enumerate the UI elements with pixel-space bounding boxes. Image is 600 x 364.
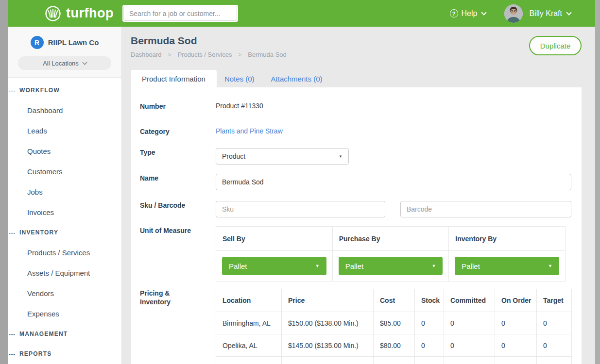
help-icon: ? <box>450 9 458 17</box>
top-bar: turfhop ? Help Billy Kraft <box>8 0 595 27</box>
uom-col-inventory-by: Inventory By <box>449 227 566 251</box>
product-information-panel: Number Product #11330 Category Plants an… <box>131 87 582 364</box>
unit-of-measure-table: Sell By Purchase By Inventory By Pallet … <box>216 226 566 281</box>
stock-cell: 0 <box>415 334 444 357</box>
tab-notes[interactable]: Notes (0) <box>223 70 257 87</box>
sell-by-dropdown[interactable]: Pallet ▼ <box>222 257 326 275</box>
col-price: Price <box>282 289 374 312</box>
section-dashes-icon: --- <box>9 87 19 93</box>
stock-cell: 0 <box>415 312 444 334</box>
caret-down-icon: ▼ <box>339 154 343 159</box>
section-workflow[interactable]: --- WORKFLOW <box>8 80 121 100</box>
caret-down-icon: ▼ <box>431 264 436 268</box>
sidebar-item-expenses[interactable]: Expenses <box>8 303 121 324</box>
uom-col-sell-by: Sell By <box>216 227 333 251</box>
category-link[interactable]: Plants and Pine Straw <box>216 127 283 136</box>
cost-cell: $85.00 <box>374 312 415 334</box>
company-logo: R <box>31 36 44 49</box>
target-cell: 0 <box>537 312 572 334</box>
unit-of-measure-label: Unit of Measure <box>131 226 216 281</box>
breadcrumb: Dashboard > Products / Services > Bermud… <box>131 51 287 58</box>
sidebar-item-dashboard[interactable]: Dashboard <box>8 100 121 120</box>
pricing-inventory-label: Pricing & Inventory <box>131 289 216 364</box>
name-label: Name <box>131 174 216 190</box>
chevron-down-icon <box>566 10 571 15</box>
cost-cell: $80.00 <box>374 334 415 357</box>
on-order-cell: 0 <box>495 334 537 357</box>
vertical-scrollbar[interactable] <box>595 0 600 364</box>
sidebar: R RIIPL Lawn Co All Locations --- WORKFL… <box>8 27 122 364</box>
table-header-row: Location Price Cost Stock Committed On O… <box>216 289 572 312</box>
sku-input[interactable] <box>216 201 385 217</box>
search-input[interactable] <box>122 5 238 22</box>
sidebar-item-quotes[interactable]: Quotes <box>8 141 121 161</box>
section-reports[interactable]: --- REPORTS <box>8 344 121 364</box>
on-order-cell: 0 <box>495 312 537 334</box>
avatar[interactable] <box>504 4 523 23</box>
price-cell: $145.00 ($135.00 Min.) <box>282 334 374 357</box>
barcode-input[interactable] <box>400 201 571 217</box>
type-select-value: Product <box>222 152 245 160</box>
breadcrumb-separator: > <box>238 51 242 58</box>
breadcrumb-separator: > <box>168 51 171 58</box>
section-inventory[interactable]: --- INVENTORY <box>8 222 121 242</box>
chevron-down-icon <box>82 60 87 65</box>
main-content: Bermuda Sod Dashboard > Products / Servi… <box>122 27 595 364</box>
col-location: Location <box>216 289 282 312</box>
user-menu[interactable]: Billy Kraft <box>529 9 571 18</box>
section-management[interactable]: --- MANAGEMENT <box>8 324 121 344</box>
tab-product-information[interactable]: Product Information <box>131 70 217 87</box>
locations-label: All Locations <box>43 60 79 67</box>
sidebar-item-vendors[interactable]: Vendors <box>8 283 121 303</box>
locations-dropdown[interactable]: All Locations <box>18 56 111 70</box>
breadcrumb-current: Bermuda Sod <box>248 51 287 58</box>
col-on-order: On Order <box>495 289 537 312</box>
tab-attachments[interactable]: Attachments (0) <box>269 70 325 87</box>
col-committed: Committed <box>444 289 495 312</box>
type-select[interactable]: Product ▼ <box>216 148 349 165</box>
sidebar-item-jobs[interactable]: Jobs <box>8 182 121 202</box>
section-dashes-icon: --- <box>9 331 19 337</box>
breadcrumb-products-services[interactable]: Products / Services <box>177 51 232 58</box>
chevron-down-icon <box>481 10 487 15</box>
window-left-gutter <box>0 0 8 364</box>
section-dashes-icon: --- <box>9 230 19 235</box>
sidebar-item-leads[interactable]: Leads <box>8 120 121 141</box>
section-dashes-icon: --- <box>9 351 19 357</box>
sidebar-item-invoices[interactable]: Invoices <box>8 202 121 222</box>
committed-cell: 0 <box>444 334 495 357</box>
sidebar-item-customers[interactable]: Customers <box>8 161 121 182</box>
committed-cell: 0 <box>444 312 495 334</box>
help-menu[interactable]: ? Help <box>450 9 486 18</box>
turfhop-logo[interactable]: turfhop <box>45 5 114 22</box>
name-input[interactable] <box>216 174 571 190</box>
location-link[interactable]: Opelika, AL <box>216 334 282 357</box>
sidebar-nav: --- WORKFLOW Dashboard Leads Quotes Cust… <box>8 78 121 364</box>
pricing-inventory-table: Location Price Cost Stock Committed On O… <box>216 289 572 364</box>
breadcrumb-dashboard[interactable]: Dashboard <box>131 51 162 58</box>
duplicate-button[interactable]: Duplicate <box>529 36 582 55</box>
caret-down-icon: ▼ <box>548 264 552 268</box>
sidebar-item-assets-equipment[interactable]: Assets / Equipment <box>8 263 121 283</box>
location-link[interactable]: Birmingham, AL <box>216 312 282 334</box>
logo-text: turfhop <box>66 6 114 21</box>
table-row-partial <box>216 357 572 364</box>
number-label: Number <box>131 102 216 111</box>
location-link <box>216 357 282 364</box>
inventory-by-dropdown[interactable]: Pallet ▼ <box>455 257 559 275</box>
grass-circle-icon <box>45 5 61 22</box>
category-label: Category <box>131 127 216 136</box>
col-stock: Stock <box>415 289 444 312</box>
tab-bar: Product Information Notes (0) Attachment… <box>131 70 324 87</box>
table-row: Birmingham, AL $150.00 ($138.00 Min.) $8… <box>216 312 572 334</box>
company-name: RIIPL Lawn Co <box>48 38 99 47</box>
type-label: Type <box>131 148 216 165</box>
number-value: Product #11330 <box>216 102 263 111</box>
sidebar-item-products-services[interactable]: Products / Services <box>8 242 121 263</box>
sidebar-company-block: R RIIPL Lawn Co All Locations <box>8 27 121 78</box>
purchase-by-dropdown[interactable]: Pallet ▼ <box>339 257 443 275</box>
table-row: Opelika, AL $145.00 ($135.00 Min.) $80.0… <box>216 334 572 357</box>
uom-col-purchase-by: Purchase By <box>332 227 449 251</box>
target-cell: 0 <box>537 334 572 357</box>
col-target: Target <box>537 289 572 312</box>
